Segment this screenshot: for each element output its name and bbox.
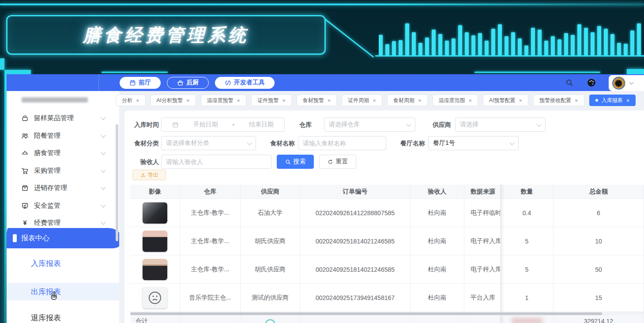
row-thumbnail[interactable] <box>143 231 167 252</box>
equalizer-bar <box>445 41 449 55</box>
mode-pill-开发者工具[interactable]: 开发者工具 <box>215 77 275 89</box>
supplier-select[interactable]: 请选择 <box>455 118 546 132</box>
reset-button[interactable]: 重置 <box>319 155 356 169</box>
column-header-总金额: 总金额 <box>554 185 644 198</box>
category-select[interactable]: 请选择食材分类 <box>161 136 256 150</box>
inspector-field[interactable] <box>162 155 271 168</box>
user-menu[interactable] <box>609 75 644 91</box>
close-icon[interactable]: × <box>282 98 286 103</box>
equalizer-bar <box>630 30 634 55</box>
tab-label: AI预警配置 <box>489 97 515 104</box>
sidebar-subitem-入库报表[interactable]: 入库报表 <box>7 255 119 272</box>
warehouse-select[interactable]: 请选择仓库 <box>324 118 415 132</box>
restaurant-select[interactable]: 餐厅1号 <box>428 136 519 150</box>
source-cell: 电子秤入库 <box>464 227 501 255</box>
horizontal-scrollbar[interactable] <box>130 312 643 315</box>
order-no-cell: 00202409251814021246585 <box>300 227 411 255</box>
sidebar-subitem-出库报表[interactable]: 出库报表 <box>7 283 119 300</box>
palette-icon[interactable] <box>587 78 596 87</box>
amount-cell: 50 <box>554 255 644 283</box>
row-thumbnail[interactable] <box>143 259 167 280</box>
sidebar-item-label: 安全监管 <box>34 201 60 210</box>
tab-证件预警[interactable]: 证件预警× <box>251 95 292 106</box>
search-icon[interactable] <box>565 78 574 87</box>
refresh-icon <box>328 159 333 165</box>
calendar-icon <box>172 122 179 128</box>
tab-证件周期[interactable]: 证件周期× <box>342 95 382 106</box>
column-header-数量: 数量 <box>501 185 554 198</box>
food-name-input[interactable] <box>298 136 386 150</box>
row-thumbnail[interactable] <box>143 202 167 224</box>
tab-温湿度预警[interactable]: 温湿度预警× <box>201 95 247 106</box>
table-row[interactable]: 主仓库-教学...胡氏供应商00202409251814021246585杜向南… <box>130 227 644 255</box>
reset-button-label: 重置 <box>336 158 348 166</box>
image-cell <box>130 255 180 283</box>
sidebar-item-安全监管[interactable]: 安全监管 <box>7 197 119 214</box>
sidebar-item-进销存管理[interactable]: 进销存管理 <box>7 179 119 197</box>
chevron-down-icon <box>629 80 634 85</box>
tab-label: AI分析预警 <box>157 97 183 104</box>
frame-accent-line <box>102 72 168 73</box>
sidebar-item-陪餐管理[interactable]: 陪餐管理 <box>7 127 119 144</box>
tab-分析[interactable]: 分析× <box>116 95 146 106</box>
content-panel: 入库时间 开始日期 - 结束日期 仓库 请选择仓库 供应商 请选择 食材分类 请… <box>124 110 644 323</box>
storage-time-label: 入库时间 <box>128 118 159 132</box>
tab-label: 食材周期 <box>393 97 414 104</box>
close-icon[interactable]: × <box>328 98 331 103</box>
sidebar-subitem-退库报表[interactable]: 退库报表 <box>7 309 119 323</box>
tab-label: 食材预警 <box>303 97 324 104</box>
sidebar-item-采购管理[interactable]: 采购管理 <box>7 162 119 179</box>
tab-label: 证件预警 <box>257 97 279 104</box>
scrollbar-thumb[interactable] <box>130 312 602 315</box>
tab-label: 证件周期 <box>348 97 369 104</box>
food-name-field[interactable] <box>298 137 386 150</box>
export-button[interactable]: 导出 <box>132 170 166 180</box>
title-plate: 膳食经费管理系统 <box>6 15 326 55</box>
sidebar-item-report-center[interactable]: 报表中心 <box>7 228 119 248</box>
search-button[interactable]: 搜索 <box>277 155 314 169</box>
sidebar-item-label: 报表中心 <box>21 234 49 243</box>
tab-入库报表[interactable]: 入库报表× <box>589 95 636 106</box>
inspector-cell: 杜向南 <box>411 227 464 255</box>
mode-pill-前厅[interactable]: 前厅 <box>120 77 161 89</box>
close-icon[interactable]: × <box>469 98 472 103</box>
sidebar-scrollbar[interactable] <box>116 124 118 241</box>
table-row[interactable]: 主仓库-教学...胡氏供应商00202409251814021246585杜向南… <box>130 255 644 284</box>
close-icon[interactable]: × <box>418 98 422 103</box>
sidebar-item-留样菜品管理[interactable]: 留样菜品管理 <box>7 110 119 127</box>
column-header-订单编号: 订单编号 <box>300 185 411 198</box>
close-icon[interactable]: × <box>186 98 190 103</box>
inventory-icon <box>21 184 29 192</box>
equalizer-bar <box>438 34 442 55</box>
tab-AI分析预警[interactable]: AI分析预警× <box>151 95 196 106</box>
svg-text:¥: ¥ <box>23 219 27 226</box>
tab-AI预警配置[interactable]: AI预警配置× <box>483 95 528 106</box>
equalizer-bar <box>498 24 502 55</box>
equalizer-bar <box>591 32 595 55</box>
food-sample-icon <box>21 114 29 122</box>
amount-cell: 6 <box>554 199 644 227</box>
close-icon[interactable]: × <box>626 98 630 103</box>
date-range-input[interactable]: 开始日期 - 结束日期 <box>161 118 285 132</box>
mode-pill-后厨[interactable]: 后厨 <box>167 77 209 89</box>
order-no-cell: 00202409251814021246585 <box>300 255 411 283</box>
close-icon[interactable]: × <box>519 98 522 103</box>
image-cell <box>130 227 180 255</box>
table-row[interactable]: 音乐学院主仓...测试的供应商00202409251739491458167杜向… <box>130 284 644 312</box>
inspector-input[interactable] <box>161 155 271 169</box>
top-toolbar: 前厅后厨开发者工具 <box>7 74 644 91</box>
tab-食材周期[interactable]: 食材周期× <box>387 95 428 106</box>
tab-温湿度范围[interactable]: 温湿度范围× <box>433 95 478 106</box>
table-row[interactable]: 主仓库-教学...石油大学02202409261412288807585杜向南电… <box>130 199 644 227</box>
sidebar-item-膳食管理[interactable]: 膳食管理 <box>7 144 119 162</box>
close-icon[interactable]: × <box>136 98 139 103</box>
equalizer-bar <box>557 39 561 55</box>
tab-预警接收配置[interactable]: 预警接收配置× <box>533 95 584 106</box>
code-icon <box>225 80 231 86</box>
close-icon[interactable]: × <box>575 98 578 103</box>
close-icon[interactable]: × <box>373 98 376 103</box>
close-icon[interactable]: × <box>237 98 241 103</box>
quantity-cell: 0.4 <box>501 199 554 227</box>
sidebar-item-label: 采购管理 <box>34 167 60 175</box>
tab-食材预警[interactable]: 食材预警× <box>297 95 337 106</box>
